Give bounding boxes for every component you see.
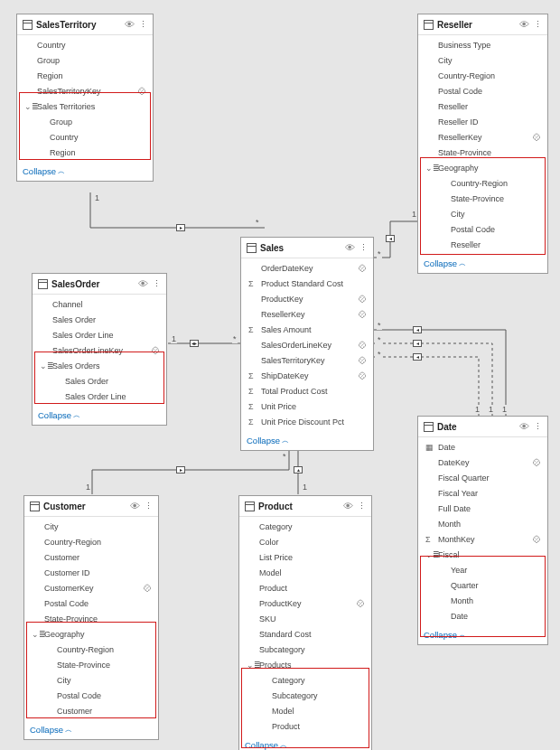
more-icon[interactable]: ⋮ <box>533 423 542 431</box>
field-row[interactable]: State-Province <box>24 611 158 626</box>
field-row[interactable]: SKU <box>239 611 371 626</box>
field-row[interactable]: Reseller <box>418 98 547 114</box>
field-row[interactable]: Region <box>17 68 153 83</box>
field-row[interactable]: ProductKey⛒ <box>239 595 371 611</box>
field-row[interactable]: Product <box>239 718 371 734</box>
field-row[interactable]: Subcategory <box>239 688 371 703</box>
field-row[interactable]: ⌄≣Products <box>239 657 371 672</box>
collapse-link[interactable]: Collapse ︿ <box>241 431 373 450</box>
field-row[interactable]: Group <box>17 52 153 68</box>
field-row[interactable]: City <box>24 519 158 534</box>
field-row[interactable]: Month <box>418 516 547 531</box>
field-row[interactable]: ΣMonthKey⛒ <box>418 531 547 547</box>
field-row[interactable]: SalesTerritoryKey⛒ <box>17 83 153 98</box>
field-row[interactable]: List Price <box>239 549 371 565</box>
field-row[interactable]: Customer <box>24 549 158 565</box>
field-row[interactable]: ⌄≣Sales Territories <box>17 98 153 114</box>
field-row[interactable]: Postal Code <box>24 595 158 611</box>
field-row[interactable]: Quarter <box>418 577 547 593</box>
visibility-icon[interactable]: 👁 <box>125 19 135 30</box>
field-row[interactable]: City <box>24 672 158 688</box>
visibility-icon[interactable]: 👁 <box>519 421 529 432</box>
visibility-icon[interactable]: 👁 <box>138 278 148 289</box>
collapse-link[interactable]: Collapse ︿ <box>418 625 547 644</box>
table-date[interactable]: Date👁⋮▦DateDateKey⛒Fiscal QuarterFiscal … <box>417 416 548 645</box>
field-row[interactable]: SalesOrderLineKey⛒ <box>33 342 166 358</box>
field-row[interactable]: ⌄≣Sales Orders <box>33 358 166 373</box>
field-row[interactable]: ⌄≣Geography <box>24 626 158 642</box>
field-row[interactable]: ⌄≣Geography <box>418 160 547 175</box>
field-row[interactable]: Postal Code <box>418 221 547 237</box>
field-row[interactable]: Full Date <box>418 501 547 516</box>
field-row[interactable]: ΣShipDateKey⛒ <box>241 368 373 383</box>
collapse-link[interactable]: Collapse ︿ <box>33 406 166 425</box>
field-row[interactable]: ΣTotal Product Cost <box>241 383 373 398</box>
visibility-icon[interactable]: 👁 <box>130 501 140 511</box>
collapse-link[interactable]: Collapse ︿ <box>17 162 153 181</box>
field-row[interactable]: Country-Region <box>24 534 158 549</box>
field-row[interactable]: ▦Date <box>418 439 547 455</box>
field-row[interactable]: Postal Code <box>24 688 158 703</box>
more-icon[interactable]: ⋮ <box>533 21 542 29</box>
more-icon[interactable]: ⋮ <box>152 280 161 288</box>
field-row[interactable]: Region <box>17 145 153 160</box>
field-row[interactable]: ΣSales Amount <box>241 322 373 337</box>
field-row[interactable]: OrderDateKey⛒ <box>241 260 373 276</box>
field-row[interactable]: DateKey⛒ <box>418 455 547 470</box>
table-reseller[interactable]: Reseller👁⋮Business TypeCityCountry-Regio… <box>417 14 548 274</box>
field-row[interactable]: Fiscal Year <box>418 485 547 501</box>
field-row[interactable]: Business Type <box>418 37 547 52</box>
field-row[interactable]: Reseller <box>418 237 547 252</box>
field-row[interactable]: Category <box>239 672 371 688</box>
field-row[interactable]: Country <box>17 129 153 145</box>
visibility-icon[interactable]: 👁 <box>343 501 353 511</box>
field-row[interactable]: Category <box>239 519 371 534</box>
field-row[interactable]: ΣUnit Price <box>241 398 373 414</box>
field-row[interactable]: Color <box>239 534 371 549</box>
field-row[interactable]: Sales Order <box>33 373 166 389</box>
field-row[interactable]: State-Province <box>418 191 547 206</box>
field-row[interactable]: ΣProduct Standard Cost <box>241 276 373 291</box>
field-row[interactable]: Sales Order <box>33 312 166 327</box>
field-row[interactable]: ResellerKey⛒ <box>418 129 547 145</box>
table-salesorder[interactable]: SalesOrder👁⋮ChannelSales OrderSales Orde… <box>32 273 167 426</box>
field-row[interactable]: Channel <box>33 296 166 312</box>
field-row[interactable]: Model <box>239 703 371 718</box>
field-row[interactable]: Group <box>17 114 153 129</box>
field-row[interactable]: SalesOrderLineKey⛒ <box>241 337 373 352</box>
field-row[interactable]: State-Province <box>418 145 547 160</box>
field-row[interactable]: Sales Order Line <box>33 389 166 404</box>
field-row[interactable]: Postal Code <box>418 83 547 98</box>
field-row[interactable]: ΣUnit Price Discount Pct <box>241 414 373 429</box>
field-row[interactable]: Date <box>418 608 547 623</box>
field-row[interactable]: Country <box>17 37 153 52</box>
field-row[interactable]: Customer ID <box>24 565 158 580</box>
table-product[interactable]: Product👁⋮CategoryColorList PriceModelPro… <box>238 495 372 750</box>
field-row[interactable]: City <box>418 52 547 68</box>
visibility-icon[interactable]: 👁 <box>519 19 529 30</box>
field-row[interactable]: Sales Order Line <box>33 327 166 342</box>
collapse-link[interactable]: Collapse ︿ <box>24 720 158 739</box>
more-icon[interactable]: ⋮ <box>357 502 366 511</box>
field-row[interactable]: Reseller ID <box>418 114 547 129</box>
table-sales[interactable]: Sales👁⋮OrderDateKey⛒ΣProduct Standard Co… <box>240 237 374 451</box>
field-row[interactable]: SalesTerritoryKey⛒ <box>241 352 373 368</box>
visibility-icon[interactable]: 👁 <box>345 242 355 253</box>
collapse-link[interactable]: Collapse ︿ <box>239 736 371 750</box>
table-salesterritory[interactable]: SalesTerritory👁⋮CountryGroupRegionSalesT… <box>16 14 154 182</box>
field-row[interactable]: Standard Cost <box>239 626 371 642</box>
field-row[interactable]: Model <box>239 565 371 580</box>
field-row[interactable]: Subcategory <box>239 642 371 657</box>
field-row[interactable]: Year <box>418 562 547 577</box>
more-icon[interactable]: ⋮ <box>359 244 368 252</box>
field-row[interactable]: Country-Region <box>418 175 547 191</box>
field-row[interactable]: Product <box>239 580 371 595</box>
field-row[interactable]: ⌄≣Fiscal <box>418 547 547 562</box>
field-row[interactable]: Country-Region <box>418 68 547 83</box>
more-icon[interactable]: ⋮ <box>138 21 147 29</box>
field-row[interactable]: Country-Region <box>24 642 158 657</box>
more-icon[interactable]: ⋮ <box>144 502 153 511</box>
field-row[interactable]: CustomerKey⛒ <box>24 580 158 595</box>
field-row[interactable]: State-Province <box>24 657 158 672</box>
field-row[interactable]: Fiscal Quarter <box>418 470 547 485</box>
